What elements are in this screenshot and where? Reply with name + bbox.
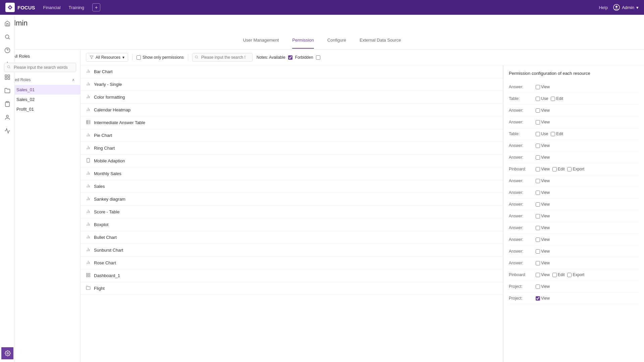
perm-checkbox-view[interactable] bbox=[536, 179, 540, 183]
perm-checks: View bbox=[536, 261, 550, 265]
nav-training[interactable]: Training bbox=[69, 4, 84, 11]
resource-row[interactable]: Sales bbox=[80, 180, 503, 193]
sidebar-folder[interactable] bbox=[1, 85, 13, 97]
perm-checkbox-view[interactable] bbox=[536, 238, 540, 242]
perm-check-label: View bbox=[541, 120, 550, 124]
roles-search-box bbox=[4, 63, 76, 72]
perm-checkbox-edit[interactable] bbox=[552, 167, 557, 171]
perm-checkbox-edit[interactable] bbox=[552, 273, 557, 277]
resource-name: Color formatting bbox=[94, 95, 497, 100]
svg-rect-74 bbox=[89, 273, 90, 275]
perm-check-item: View bbox=[536, 225, 550, 230]
permission-row: Answer: View bbox=[509, 140, 639, 152]
resource-row[interactable]: Flight bbox=[80, 282, 503, 295]
tab-external-data-source[interactable]: External Data Source bbox=[360, 32, 401, 49]
resource-name: Monthly Sales bbox=[94, 171, 497, 176]
perm-label: Answer: bbox=[509, 108, 536, 113]
sidebar-activity[interactable] bbox=[1, 125, 13, 137]
perm-checkbox-view[interactable] bbox=[536, 144, 540, 148]
perm-checkbox-view[interactable] bbox=[536, 226, 540, 230]
perm-checkbox-view[interactable] bbox=[536, 285, 540, 289]
resource-name: Mobile Adaption bbox=[94, 158, 497, 163]
sidebar-home[interactable] bbox=[1, 17, 13, 30]
user-circle-icon bbox=[613, 4, 620, 11]
sidebar-help[interactable] bbox=[1, 44, 13, 56]
perm-checkbox-use[interactable] bbox=[536, 97, 540, 101]
tab-user-management[interactable]: User Management bbox=[243, 32, 279, 49]
resource-row[interactable]: Bullet Chart bbox=[80, 231, 503, 244]
resource-icon bbox=[86, 82, 91, 87]
sidebar-search[interactable] bbox=[1, 31, 13, 43]
available-checkbox[interactable] bbox=[288, 55, 292, 60]
perm-checkbox-view[interactable] bbox=[536, 191, 540, 195]
perm-checkbox-view[interactable] bbox=[536, 167, 540, 171]
resource-row[interactable]: Intermediate Answer Table bbox=[80, 116, 503, 129]
resource-row[interactable]: Mobile Adaption bbox=[80, 155, 503, 167]
perm-checkbox-edit[interactable] bbox=[551, 97, 555, 101]
perm-label: Pinboard: bbox=[509, 167, 536, 171]
resource-row[interactable]: Sankey diagram bbox=[80, 193, 503, 206]
resource-row[interactable]: Sunburst Chart bbox=[80, 244, 503, 257]
perm-label: Answer: bbox=[509, 85, 536, 89]
perm-checkbox-use[interactable] bbox=[536, 132, 540, 136]
perm-checkbox-view[interactable] bbox=[536, 273, 540, 277]
divider bbox=[132, 54, 132, 61]
perm-check-label: View bbox=[541, 284, 550, 289]
resource-row[interactable]: Calendar Heatmap bbox=[80, 104, 503, 116]
perm-checkbox-view[interactable] bbox=[536, 155, 540, 160]
resource-icon bbox=[86, 247, 91, 253]
nav-financial[interactable]: Financial bbox=[43, 4, 61, 11]
roles-search-input[interactable] bbox=[4, 63, 76, 72]
resource-icon bbox=[86, 145, 91, 151]
resource-search-box bbox=[192, 53, 253, 62]
nav-add-button[interactable]: + bbox=[92, 3, 100, 11]
resource-icon bbox=[86, 69, 91, 74]
perm-checkbox-view[interactable] bbox=[536, 202, 540, 207]
top-nav-right: Help Admin ▾ bbox=[599, 4, 639, 11]
forbidden-checkbox[interactable] bbox=[316, 55, 320, 60]
perm-checkbox-view[interactable] bbox=[536, 296, 540, 301]
perm-checkbox-view[interactable] bbox=[536, 214, 540, 218]
show-only-permissions-checkbox[interactable]: Show only permissions bbox=[137, 55, 184, 60]
resource-row[interactable]: Rose Chart bbox=[80, 257, 503, 269]
resource-row[interactable]: Score - Table bbox=[80, 206, 503, 218]
svg-line-24 bbox=[197, 58, 198, 58]
show-permissions-check[interactable] bbox=[137, 55, 141, 60]
sidebar-grid[interactable] bbox=[1, 71, 13, 83]
sidebar-person[interactable] bbox=[1, 111, 13, 123]
perm-label: Answer: bbox=[509, 214, 536, 218]
all-resources-dropdown[interactable]: All Resources ▾ bbox=[86, 53, 128, 62]
resource-row[interactable]: Color formatting bbox=[80, 91, 503, 104]
resource-search-input[interactable] bbox=[192, 53, 253, 62]
resource-name: Intermediate Answer Table bbox=[94, 120, 497, 125]
resource-row[interactable]: Boxplot bbox=[80, 218, 503, 231]
chevron-down-icon: ▾ bbox=[636, 5, 639, 10]
resource-row[interactable]: Pie Chart bbox=[80, 129, 503, 142]
perm-check-label: Edit bbox=[558, 272, 565, 277]
tab-configure[interactable]: Configure bbox=[327, 32, 346, 49]
resource-row[interactable]: Monthly Sales bbox=[80, 167, 503, 180]
resource-row[interactable]: Dashboard_1 bbox=[80, 269, 503, 282]
perm-checkbox-view[interactable] bbox=[536, 85, 540, 89]
perm-checks: View bbox=[536, 108, 550, 113]
perm-checkbox-view[interactable] bbox=[536, 108, 540, 113]
logo[interactable]: FOCUS bbox=[5, 3, 35, 12]
perm-checkbox-view[interactable] bbox=[536, 120, 540, 124]
resource-row[interactable]: Bar Chart bbox=[80, 65, 503, 78]
resource-row[interactable]: Yearly - Single bbox=[80, 78, 503, 91]
help-link[interactable]: Help bbox=[599, 4, 608, 11]
perm-checkbox-export[interactable] bbox=[567, 167, 572, 171]
sidebar-settings[interactable] bbox=[1, 347, 13, 359]
sidebar-clipboard[interactable] bbox=[1, 98, 13, 110]
collapse-button[interactable]: ∧ bbox=[72, 77, 75, 82]
permission-row: Answer: View bbox=[509, 152, 639, 163]
perm-label: Answer: bbox=[509, 225, 536, 230]
admin-menu[interactable]: Admin ▾ bbox=[613, 4, 639, 11]
perm-checkbox-view[interactable] bbox=[536, 249, 540, 254]
perm-checkbox-edit[interactable] bbox=[551, 132, 555, 136]
perm-checkbox-view[interactable] bbox=[536, 261, 540, 265]
perm-checkbox-export[interactable] bbox=[567, 273, 572, 277]
tab-permission[interactable]: Permission bbox=[292, 32, 314, 49]
perm-checks: View Edit Export bbox=[536, 167, 584, 171]
resource-row[interactable]: Ring Chart bbox=[80, 142, 503, 155]
